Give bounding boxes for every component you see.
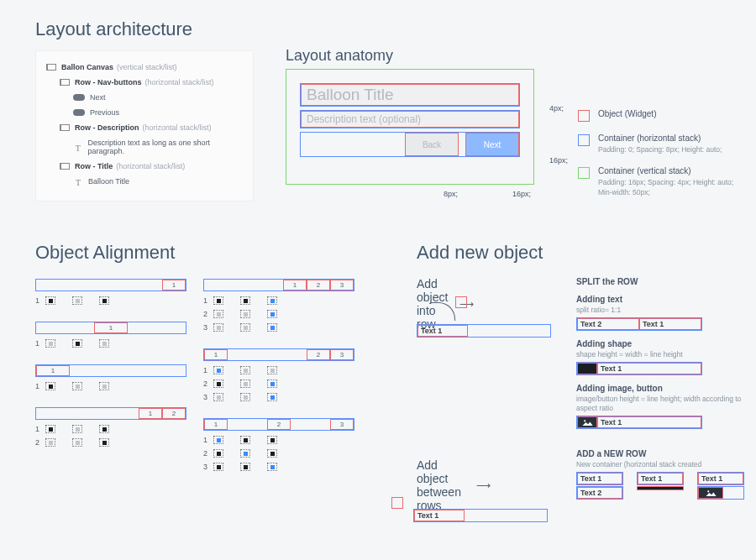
tree-label: Description text as long as one short pa… xyxy=(88,139,243,155)
tree-row-desc-text[interactable]: T Description text as long as one short … xyxy=(46,135,243,159)
legend-label: Container (horizontal stack) Padding: 0;… xyxy=(598,133,722,154)
tree-row-title[interactable]: Row - Title (horizontal stack/list) xyxy=(46,159,243,174)
nav-spacer xyxy=(301,133,398,156)
shape-box xyxy=(577,363,597,374)
anatomy-vertical-stack: Balloon Title Description text (optional… xyxy=(286,69,534,185)
align-center-single: 1 1 xyxy=(35,322,186,349)
tree-row-canvas[interactable]: Ballon Canvas (vertical stack/list) xyxy=(46,60,243,75)
align-glyph xyxy=(72,339,82,348)
tree-sublabel: (horizontal stack/list) xyxy=(143,123,212,132)
addnew-right-col: SPLIT the ROW Adding text split ratio= 1… xyxy=(576,277,744,508)
split-row-head: SPLIT the ROW xyxy=(576,277,744,286)
align-right-single: 1 1 xyxy=(35,279,186,306)
align-glyph xyxy=(99,339,109,348)
dim-16px-b: 16px; xyxy=(512,190,531,198)
newrow-text-col: Text 1 Text 2 xyxy=(576,472,623,508)
legend-container-h: Container (horizontal stack) Padding: 0;… xyxy=(578,133,738,154)
legend-object: Object (Widget) xyxy=(578,109,738,122)
stack-icon xyxy=(60,124,70,131)
align-distributed: 1 2 3 1 2 3 xyxy=(203,418,354,473)
tree-label: Row - Nav-buttons xyxy=(75,78,142,86)
image-icon xyxy=(577,416,597,428)
tree-label: Previous xyxy=(90,108,119,117)
anatomy-row-desc: Description text (optional) xyxy=(300,110,520,128)
button-icon xyxy=(73,94,85,101)
legend-label: Object (Widget) xyxy=(598,109,656,120)
anatomy-title-widget: Balloon Title xyxy=(301,84,519,106)
align-glyph xyxy=(72,296,82,305)
next-button[interactable]: Next xyxy=(465,133,519,156)
anatomy-row-nav: Back Next xyxy=(300,132,520,157)
align-cell: 2 xyxy=(162,408,186,419)
legend-label: Container (vertical stack) Padding: 16px… xyxy=(598,166,738,198)
mini-text1: Text 1 xyxy=(414,510,465,521)
adding-text-sub: split ratio= 1:1 xyxy=(576,306,744,314)
cell-text1: Text 1 xyxy=(639,318,701,330)
mini-row: Text 1 xyxy=(413,509,548,522)
align-glyph xyxy=(99,382,109,390)
tree-label: Row - Description xyxy=(75,123,139,132)
svg-point-3 xyxy=(707,490,709,492)
stack-icon xyxy=(46,64,56,71)
adding-image-row: Text 1 xyxy=(576,416,702,429)
newrow-image-col: Text 1 xyxy=(697,472,744,508)
stack-icon xyxy=(60,79,70,86)
tree-row-next[interactable]: Next xyxy=(46,90,243,105)
swatch-vstack xyxy=(578,167,590,179)
cell-text1: Text 1 xyxy=(597,416,701,428)
adding-shape-head: Adding shape xyxy=(576,339,744,348)
image-icon xyxy=(698,487,723,499)
text-icon: T xyxy=(73,178,83,185)
dim-8px: 8px; xyxy=(444,190,458,198)
adding-image-head: Adding image, button xyxy=(576,384,744,393)
back-button[interactable]: Back xyxy=(405,133,459,156)
align-glyph xyxy=(45,296,55,305)
tree-row-title-text[interactable]: T Balloon Title xyxy=(46,174,243,189)
tree-label: Balloon Title xyxy=(88,177,129,186)
new-container-sub: New container (horizontal stack created xyxy=(576,460,744,468)
drop-square[interactable] xyxy=(391,497,403,509)
align-cell: 1 xyxy=(36,365,70,376)
rownum: 1 xyxy=(35,296,45,305)
anatomy-row-title: Balloon Title xyxy=(300,83,520,107)
tree-label: Next xyxy=(90,93,106,102)
align-left-single: 1 1 xyxy=(35,364,186,392)
adding-text-head: Adding text xyxy=(576,295,744,304)
heading-add-new-object: Add new object xyxy=(417,242,543,264)
tree-sublabel: (horizontal stack/list) xyxy=(145,78,214,86)
align-split-123: 1 23 1 2 3 xyxy=(203,348,354,403)
adding-shape-row: Text 1 xyxy=(576,362,702,375)
tree-row-nav[interactable]: Row - Nav-buttons (horizontal stack/list… xyxy=(46,75,243,90)
adding-image-sub: image/button height = line height; width… xyxy=(576,395,744,411)
tree-row-desc[interactable]: Row - Description (horizontal stack/list… xyxy=(46,120,243,135)
adding-text-row: Text 2 Text 1 xyxy=(576,317,702,331)
tree-row-previous[interactable]: Previous xyxy=(46,105,243,120)
text-icon: T xyxy=(73,144,83,150)
adding-shape-sub: shape height = width = line height xyxy=(576,350,744,359)
swatch-object xyxy=(578,110,590,122)
align-right-tworow: 12 1 2 xyxy=(35,407,186,448)
legend: Object (Widget) Container (horizontal st… xyxy=(578,109,738,210)
newrow-shape-col: Text 1 xyxy=(637,472,684,490)
add-new-row-head: ADD a NEW ROW xyxy=(576,449,744,458)
align-glyph xyxy=(72,382,82,390)
tree-sublabel: (horizontal stack/list) xyxy=(116,162,185,170)
align-glyph xyxy=(99,296,109,305)
newrow-shape xyxy=(637,486,684,490)
button-icon xyxy=(73,109,85,116)
layer-tree-panel: Ballon Canvas (vertical stack/list) Row … xyxy=(35,50,254,201)
anatomy-desc-widget: Description text (optional) xyxy=(301,111,519,128)
dim-4px: 4px; xyxy=(549,104,564,113)
drop-square[interactable] xyxy=(455,296,467,308)
align-glyph xyxy=(45,382,55,390)
arrow-right-icon: ⟶ xyxy=(476,479,491,491)
stack-icon xyxy=(60,163,70,170)
tree-label: Row - Title xyxy=(75,162,113,170)
align-three-right: 123 1 2 3 xyxy=(203,279,354,333)
sub-between-rows: Add object between rows xyxy=(417,458,461,512)
heading-object-alignment: Object Alignment xyxy=(35,242,175,264)
dim-16px: 16px; xyxy=(549,156,568,165)
cell-text1: Text 1 xyxy=(597,363,701,374)
align-cell: 1 xyxy=(162,280,186,290)
legend-container-v: Container (vertical stack) Padding: 16px… xyxy=(578,166,738,198)
